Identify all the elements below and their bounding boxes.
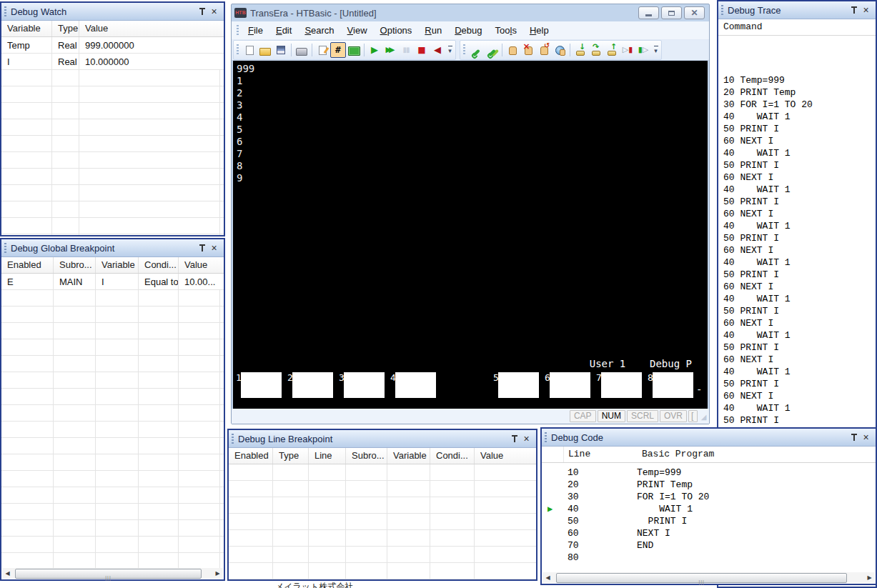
pin-button[interactable] (848, 4, 860, 16)
panel-grip[interactable] (232, 434, 234, 444)
breakpoint-gutter[interactable] (542, 515, 563, 527)
continue-button[interactable]: ▶▶ (382, 42, 398, 58)
softkey[interactable]: 8 RE-STORE ″ (648, 372, 693, 398)
menu-run[interactable]: Run (418, 21, 448, 39)
clear-breakpoints-button[interactable] (520, 42, 536, 58)
breakpoint-gutter[interactable] (542, 539, 563, 552)
toolbar-overflow-button[interactable]: ▾ (446, 42, 454, 58)
debug-global-breakpoint-titlebar[interactable]: Debug Global Breakpoint × (1, 239, 224, 257)
maximize-button[interactable] (661, 6, 682, 19)
global-breakpoint-button[interactable] (552, 42, 568, 58)
code-row[interactable]: 20 PRINT Temp (542, 479, 876, 491)
breakpoint-gutter[interactable] (542, 527, 563, 539)
window-titlebar[interactable]: HTB TransEra - HTBasic - [Untitled] ✕ (232, 4, 709, 21)
pin-button[interactable] (196, 6, 208, 17)
break-button[interactable] (505, 42, 520, 58)
close-button[interactable]: × (208, 6, 220, 17)
stop-button[interactable]: ■ (414, 42, 430, 58)
run-button[interactable]: ▶ (367, 42, 382, 58)
global-breakpoint-row[interactable]: E MAIN I Equal to 10.00... (1, 274, 224, 290)
trace-column-header[interactable]: Command (718, 19, 876, 36)
open-file-button[interactable] (257, 42, 273, 58)
column-header[interactable]: Type (52, 21, 79, 36)
step-into-button[interactable] (573, 42, 588, 58)
menu-debug[interactable]: Debug (448, 21, 488, 39)
pause-button[interactable]: ▮▮ (398, 42, 414, 58)
code-row[interactable]: 70 END (542, 539, 876, 552)
softkey[interactable]: 6 (545, 372, 590, 398)
softkey[interactable]: 2 CONTINUE (287, 372, 333, 398)
watch-row[interactable]: Temp Real 999.000000 (1, 37, 224, 54)
softkey[interactable]: 3 RUN (339, 372, 385, 398)
step-back-button[interactable]: ◀ (430, 42, 445, 58)
horizontal-scrollbar[interactable]: ◀ ▶ (542, 572, 875, 583)
pin-button[interactable] (196, 242, 208, 254)
scroll-right-button[interactable]: ▶ (864, 572, 875, 583)
edit-program-button[interactable] (314, 42, 330, 58)
column-header[interactable]: Condi... (430, 448, 475, 464)
toolbar-grip[interactable] (237, 44, 239, 56)
step-out-button[interactable] (604, 42, 620, 58)
column-header[interactable]: Basic Program (642, 447, 876, 462)
reset-breakpoints-button[interactable] (536, 42, 552, 58)
column-header[interactable]: Variable (387, 448, 430, 464)
debug-windows-button[interactable] (484, 42, 500, 58)
menu-help[interactable]: Help (523, 21, 555, 39)
softkey[interactable]: 7 HELP (596, 372, 642, 398)
line-numbers-button[interactable]: # (330, 42, 346, 58)
scrollbar-thumb[interactable] (15, 569, 202, 579)
panel-grip[interactable] (4, 243, 6, 253)
column-header[interactable]: Variable (96, 257, 139, 273)
breakpoint-gutter[interactable]: ▶ (542, 503, 563, 515)
menu-options[interactable]: Options (374, 21, 419, 39)
breakpoint-gutter[interactable] (542, 491, 563, 503)
horizontal-scrollbar[interactable]: ◀ ▶ (2, 568, 223, 579)
column-header[interactable]: Line (564, 447, 642, 462)
menubar-grip[interactable] (237, 25, 239, 36)
menu-tools[interactable]: Tools (489, 21, 523, 39)
scrollbar-track[interactable] (553, 572, 864, 583)
close-button[interactable]: × (860, 4, 872, 16)
debug-line-breakpoint-titlebar[interactable]: Debug Line Breakpoint × (229, 430, 536, 448)
column-header[interactable]: Type (273, 448, 309, 464)
debug-code-titlebar[interactable]: Debug Code × (542, 429, 876, 447)
softkey[interactable]: 1 EDIT (236, 372, 282, 398)
column-header[interactable]: Subro... (346, 448, 387, 464)
code-row[interactable]: 60 NEXT I (542, 527, 876, 539)
run-to-end-button[interactable] (635, 42, 651, 58)
toolbar-grip[interactable] (463, 44, 465, 56)
column-header[interactable]: Value (475, 448, 536, 464)
column-header[interactable]: Line (309, 448, 346, 464)
debug-trace-titlebar[interactable]: Debug Trace × (718, 1, 876, 19)
basic-display-terminal[interactable]: 999123456789 User 1 Debug P 1 EDIT 2 CON… (233, 61, 708, 409)
close-button[interactable]: × (208, 242, 220, 254)
pin-button[interactable] (508, 433, 520, 444)
code-row[interactable]: 80 (542, 552, 876, 564)
column-header[interactable]: Variable (1, 21, 52, 36)
close-window-button[interactable]: ✕ (684, 6, 705, 19)
softkey[interactable]: 4 SCRATCH (390, 372, 436, 398)
panel-grip[interactable] (4, 6, 6, 16)
menu-search[interactable]: Search (298, 21, 340, 39)
scroll-right-button[interactable]: ▶ (212, 568, 223, 579)
column-header[interactable]: Enabled (1, 257, 54, 273)
breakpoint-gutter[interactable] (542, 552, 563, 564)
minimize-button[interactable] (638, 6, 659, 19)
pin-button[interactable] (848, 432, 860, 443)
scroll-left-button[interactable]: ◀ (2, 568, 13, 579)
print-button[interactable] (294, 42, 309, 58)
breakpoint-gutter[interactable] (542, 479, 563, 491)
menu-view[interactable]: View (341, 21, 374, 39)
scroll-left-button[interactable]: ◀ (542, 572, 553, 583)
step-over-button[interactable] (588, 42, 604, 58)
breakpoint-gutter[interactable] (542, 467, 563, 479)
softkey[interactable]: 5 LOAD ″ (493, 372, 539, 398)
panel-grip[interactable] (721, 5, 723, 15)
column-header[interactable]: Value (79, 21, 224, 36)
menu-edit[interactable]: Edit (269, 21, 298, 39)
debug-watch-titlebar[interactable]: Debug Watch × (1, 3, 224, 21)
menu-file[interactable]: File (242, 21, 269, 39)
code-row[interactable]: 30 FOR I=1 TO 20 (542, 491, 876, 503)
new-file-button[interactable] (242, 42, 257, 58)
column-header[interactable]: Subro... (54, 257, 96, 273)
